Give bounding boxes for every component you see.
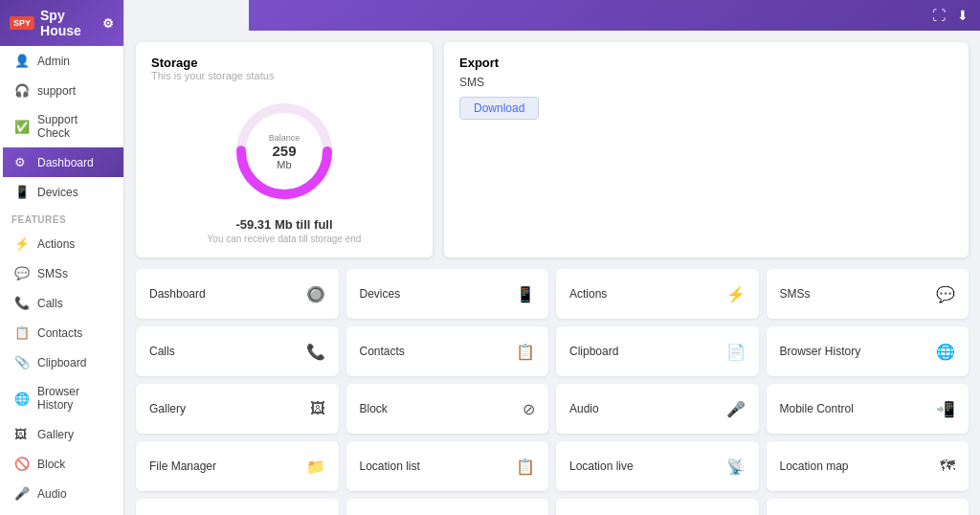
download-button[interactable]: Download bbox=[459, 97, 539, 120]
tile-label-actions: Actions bbox=[569, 287, 607, 301]
sidebar-item-support[interactable]: 🎧 support bbox=[0, 76, 123, 105]
tile-icon-mobile-control: 📲 bbox=[936, 400, 955, 418]
sidebar-item-browser-history[interactable]: 🌐 Browser History bbox=[0, 377, 123, 419]
sidebar-label-calls: Calls bbox=[37, 297, 63, 310]
storage-info: -59.31 Mb till full bbox=[235, 217, 332, 232]
sidebar-label-contacts: Contacts bbox=[37, 326, 82, 340]
tile-location-map[interactable]: Location map 🗺 bbox=[767, 441, 969, 491]
balance-unit: Mb bbox=[269, 159, 301, 170]
storage-donut: Balance 259 Mb bbox=[232, 99, 337, 204]
actions-icon: ⚡ bbox=[14, 236, 30, 251]
tile-block[interactable]: Block ⊘ bbox=[346, 384, 549, 434]
sidebar-item-smss[interactable]: 💬 SMSs bbox=[0, 258, 123, 288]
sidebar-label-audio: Audio bbox=[37, 487, 67, 501]
sidebar-item-gallery[interactable]: 🖼 Gallery bbox=[0, 419, 123, 449]
sidebar-item-block[interactable]: 🚫 Block bbox=[0, 449, 123, 479]
contacts-icon: 📋 bbox=[14, 325, 30, 340]
tile-icon-contacts: 📋 bbox=[516, 343, 535, 361]
tile-icon-browser-history: 🌐 bbox=[936, 343, 955, 361]
sidebar-item-calls[interactable]: 📞 Calls bbox=[0, 288, 123, 318]
sidebar-label-actions: Actions bbox=[37, 237, 75, 251]
tile-file-manager[interactable]: File Manager 📁 bbox=[136, 441, 339, 491]
support-check-icon: ✅ bbox=[14, 120, 30, 134]
audio-icon: 🎤 bbox=[14, 486, 30, 501]
tile-label-contacts: Contacts bbox=[360, 345, 405, 358]
tile-calls[interactable]: Calls 📞 bbox=[136, 326, 339, 376]
tile-messengers[interactable]: Messengers 💬 bbox=[556, 499, 759, 515]
tile-dashboard[interactable]: Dashboard 🔘 bbox=[136, 269, 339, 319]
sidebar-label-clipboard: Clipboard bbox=[37, 356, 86, 369]
balance-value: 259 bbox=[269, 143, 301, 159]
tile-location-list[interactable]: Location list 📋 bbox=[346, 441, 549, 491]
sidebar-label-support: support bbox=[37, 84, 76, 98]
sidebar-label-browser-history: Browser History bbox=[37, 385, 112, 412]
clipboard-icon: 📎 bbox=[14, 355, 30, 369]
sidebar-label-block: Block bbox=[37, 458, 65, 471]
tile-contacts[interactable]: Contacts 📋 bbox=[346, 326, 549, 376]
tile-devices[interactable]: Devices 📱 bbox=[346, 269, 549, 319]
storage-sub: You can receive data till storage end bbox=[208, 234, 362, 244]
sidebar-item-audio[interactable]: 🎤 Audio bbox=[0, 479, 123, 508]
tile-label-location-live: Location live bbox=[569, 459, 634, 473]
tile-label-clipboard: Clipboard bbox=[569, 345, 618, 358]
admin-icon: 👤 bbox=[14, 54, 30, 68]
sidebar-item-contacts[interactable]: 📋 Contacts bbox=[0, 318, 123, 347]
sidebar-header: SPY Spy House ⚙ bbox=[0, 0, 123, 46]
smss-icon: 💬 bbox=[14, 266, 30, 280]
tile-screen[interactable]: Screen 🖥 bbox=[346, 499, 549, 515]
sidebar-item-dashboard[interactable]: ⚙ Dashboard bbox=[0, 147, 123, 177]
export-card: Export SMS Download bbox=[444, 42, 969, 258]
tile-clipboard[interactable]: Clipboard 📄 bbox=[556, 326, 759, 376]
top-cards: Storage This is your storage status Bala… bbox=[136, 42, 969, 258]
tile-label-file-manager: File Manager bbox=[149, 459, 216, 473]
spy-logo: SPY bbox=[10, 16, 34, 30]
tile-mobile-control[interactable]: Mobile Control 📲 bbox=[767, 384, 969, 434]
download-icon[interactable]: ⬇ bbox=[957, 8, 969, 23]
sidebar-item-clipboard[interactable]: 📎 Clipboard bbox=[0, 347, 123, 377]
tile-browser-history[interactable]: Browser History 🌐 bbox=[767, 326, 969, 376]
sidebar-item-support-check[interactable]: ✅ Support Check bbox=[0, 105, 123, 147]
sidebar-label-devices: Devices bbox=[37, 186, 78, 199]
sidebar-label-smss: SMSs bbox=[37, 267, 68, 280]
tile-label-devices: Devices bbox=[360, 287, 401, 301]
tile-icon-location-list: 📋 bbox=[516, 458, 535, 476]
tile-icon-file-manager: 📁 bbox=[306, 458, 325, 476]
tile-label-location-map: Location map bbox=[780, 459, 849, 473]
dashboard-icon: ⚙ bbox=[14, 155, 30, 169]
tile-smss[interactable]: SMSs 💬 bbox=[767, 269, 969, 319]
sidebar-item-mobile-control[interactable]: 📲 Mobile Control bbox=[0, 508, 123, 515]
tile-label-dashboard: Dashboard bbox=[149, 287, 206, 301]
support-icon: 🎧 bbox=[14, 83, 30, 98]
tile-audio[interactable]: Audio 🎤 bbox=[556, 384, 759, 434]
expand-icon[interactable]: ⛶ bbox=[932, 8, 946, 23]
tile-icon-block: ⊘ bbox=[523, 400, 535, 418]
settings-icon[interactable]: ⚙ bbox=[102, 16, 114, 31]
export-title: Export bbox=[459, 56, 953, 70]
export-sms-label: SMS bbox=[459, 76, 953, 89]
tile-icon-audio: 🎤 bbox=[726, 400, 746, 418]
tile-icon-calls: 📞 bbox=[306, 343, 325, 361]
sidebar-item-admin[interactable]: 👤 Admin bbox=[0, 46, 123, 76]
devices-icon: 📱 bbox=[14, 185, 30, 199]
tile-label-gallery: Gallery bbox=[149, 402, 186, 415]
tile-label-browser-history: Browser History bbox=[780, 345, 861, 358]
browser-history-icon: 🌐 bbox=[14, 392, 30, 406]
sidebar-item-actions[interactable]: ⚡ Actions bbox=[0, 229, 123, 258]
balance-text: Balance bbox=[269, 133, 301, 143]
tile-actions[interactable]: Actions ⚡ bbox=[556, 269, 759, 319]
tile-icon-devices: 📱 bbox=[516, 285, 535, 303]
tile-keylogger[interactable]: Keylogger ⌨ bbox=[767, 499, 969, 515]
tile-payment-history[interactable]: Payment History 💳 bbox=[136, 499, 339, 515]
tile-label-audio: Audio bbox=[569, 402, 599, 415]
tile-location-live[interactable]: Location live 📡 bbox=[556, 441, 759, 491]
tile-icon-gallery: 🖼 bbox=[310, 400, 325, 417]
sidebar-item-devices[interactable]: 📱 Devices bbox=[0, 177, 123, 207]
sidebar-label-support-check: Support Check bbox=[37, 113, 112, 140]
tile-icon-actions: ⚡ bbox=[726, 285, 746, 303]
tile-label-block: Block bbox=[360, 402, 388, 415]
block-icon: 🚫 bbox=[14, 457, 30, 471]
tile-gallery[interactable]: Gallery 🖼 bbox=[136, 384, 339, 434]
tile-icon-location-map: 🗺 bbox=[940, 458, 955, 475]
tile-label-mobile-control: Mobile Control bbox=[780, 402, 854, 415]
tile-icon-smss: 💬 bbox=[936, 285, 955, 303]
